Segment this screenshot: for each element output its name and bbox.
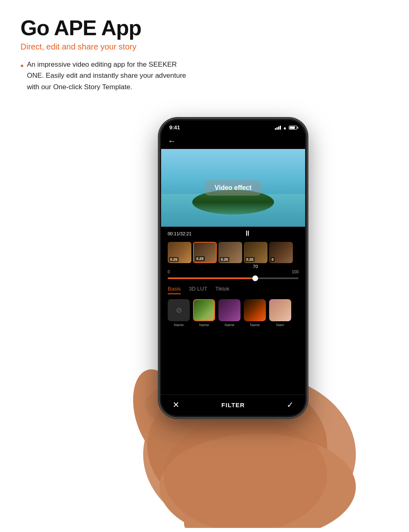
clip-thumb-1[interactable]: 0.25 [168, 242, 191, 263]
svg-point-10 [164, 417, 327, 528]
slider-value-label: 70 [253, 264, 258, 269]
pause-button[interactable]: ⏸ [244, 229, 251, 238]
filter-tab-3dlut[interactable]: 3D LUT [189, 286, 207, 294]
playback-bar: 00:11/32:21 ⏸ [161, 227, 305, 240]
cancel-button[interactable]: ✕ [173, 400, 180, 410]
video-preview: Video effect [161, 149, 305, 227]
phone-frame: 9:41 ▲ [160, 119, 307, 417]
phone-mockup: 9:41 ▲ [135, 119, 339, 520]
video-effect-overlay: Video effect [205, 180, 261, 196]
app-topbar: ← [161, 133, 305, 149]
filter-name-2: Name [199, 323, 209, 327]
confirm-button[interactable]: ✓ [287, 400, 294, 410]
filter-name-5: Nam [276, 323, 284, 327]
signal-bars-icon [275, 126, 281, 130]
slider-section: 0 70 100 [161, 265, 305, 282]
app-title: Go APE App [20, 16, 192, 40]
filter-label: FILTER [221, 401, 245, 408]
playback-time: 00:11/32:21 [168, 231, 191, 236]
bullet-dot-icon: • [20, 59, 24, 72]
clip-thumb-5[interactable]: 0 [269, 242, 293, 263]
filter-name-1: Name [174, 323, 184, 327]
filter-item-1[interactable]: ⊘ Name [168, 299, 190, 327]
bullet-text: An impressive video editing app for the … [27, 59, 192, 92]
filter-name-4: Name [250, 323, 260, 327]
status-icons: ▲ [275, 125, 297, 130]
slider-thumb[interactable] [252, 275, 258, 281]
filter-item-5[interactable]: Nam [269, 299, 291, 327]
filter-thumb-2 [193, 299, 215, 321]
clip-label-2: 0.25 [195, 256, 205, 261]
clip-thumb-3[interactable]: 0.25 [218, 242, 242, 263]
filter-thumb-3 [218, 299, 240, 321]
app-content: ← Video effect 00:11/32:21 ⏸ [161, 133, 305, 415]
app-subtitle: Direct, edit and share your story [20, 42, 192, 52]
slider-track[interactable] [168, 277, 299, 279]
filter-item-3[interactable]: Name [218, 299, 240, 327]
filter-thumb-1: ⊘ [168, 299, 190, 321]
filter-tab-tiktok[interactable]: Tiktok [216, 286, 229, 294]
filter-item-2[interactable]: Name [193, 299, 215, 327]
filter-name-3: Name [225, 323, 234, 327]
back-arrow-icon[interactable]: ← [168, 136, 176, 146]
filter-grid: ⊘ Name Name Name Name [161, 297, 305, 330]
notch [209, 120, 258, 130]
slider-max-label: 100 [292, 270, 299, 274]
clip-label-1: 0.25 [169, 257, 179, 262]
status-bar: 9:41 ▲ [161, 120, 305, 133]
phone-inner: 9:41 ▲ [161, 120, 305, 416]
clip-label-3: 0.25 [220, 257, 229, 262]
slider-labels: 0 70 100 [168, 270, 299, 274]
wifi-icon: ▲ [283, 125, 287, 130]
battery-icon [289, 126, 297, 130]
filter-tab-basis[interactable]: Basis [168, 286, 181, 294]
status-time: 9:41 [169, 124, 180, 131]
text-section: Go APE App Direct, edit and share your s… [20, 16, 192, 92]
clip-thumb-2[interactable]: 0.25 [193, 242, 217, 263]
slider-min-label: 0 [168, 270, 170, 274]
slider-fill [168, 277, 255, 279]
filter-tabs: Basis 3D LUT Tiktok [161, 282, 305, 297]
bottom-bar: ✕ FILTER ✓ [161, 394, 305, 415]
clip-thumb-4[interactable]: 0.25 [244, 242, 267, 263]
bullet-item: • An impressive video editing app for th… [20, 59, 192, 92]
clip-strip: 0.25 0.25 0.25 0.25 0 [161, 240, 305, 265]
filter-thumb-5 [269, 299, 291, 321]
filter-thumb-4 [244, 299, 266, 321]
clip-label-4: 0.25 [245, 257, 255, 262]
video-effect-label: Video effect [215, 184, 252, 191]
clip-label-5: 0 [270, 257, 275, 262]
filter-item-4[interactable]: Name [244, 299, 266, 327]
